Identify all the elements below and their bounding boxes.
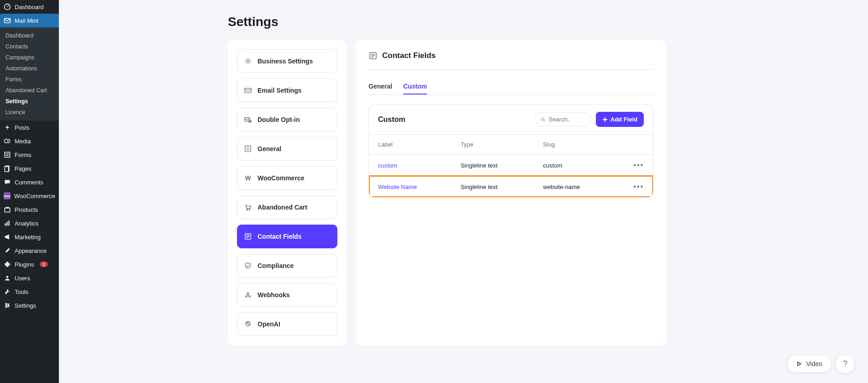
sidebar-item-plugins[interactable]: Plugins 3 <box>0 257 59 271</box>
col-slug: Slug <box>543 141 626 148</box>
sidebar-label: Tools <box>15 289 28 295</box>
add-field-button[interactable]: Add Field <box>596 112 644 127</box>
settings-nav-business[interactable]: Business Settings <box>237 49 337 73</box>
settings-nav-compliance[interactable]: Compliance <box>237 254 337 278</box>
table-head-title: Custom <box>378 115 405 124</box>
sidebar-item-analytics[interactable]: Analytics <box>0 216 59 230</box>
col-type: Type <box>461 141 543 148</box>
products-icon <box>4 206 11 213</box>
settings-nav-webhooks[interactable]: Webhooks <box>237 283 337 307</box>
panel-title: Contact Fields <box>382 51 436 60</box>
forms-icon <box>4 151 11 158</box>
settings-nav-woocommerce[interactable]: W WooCommerce <box>237 166 337 190</box>
fields-icon <box>368 51 378 60</box>
sub-settings[interactable]: Settings <box>0 96 59 107</box>
settings-nav-label: Contact Fields <box>258 233 301 240</box>
sub-licence[interactable]: Licence <box>0 107 59 118</box>
settings-icon <box>4 302 11 309</box>
svg-point-17 <box>8 305 9 306</box>
gear-icon <box>244 57 252 65</box>
search-icon <box>541 116 546 123</box>
sidebar-label: Forms <box>15 152 32 158</box>
svg-marker-43 <box>798 362 801 366</box>
settings-nav-label: Email Settings <box>258 87 301 94</box>
settings-nav-label: Business Settings <box>258 58 313 65</box>
webhook-icon <box>244 291 252 299</box>
settings-nav-general[interactable]: General <box>237 137 337 161</box>
settings-nav-optin[interactable]: Double Opt-in <box>237 108 337 131</box>
sidebar-label: Posts <box>15 124 30 131</box>
row-actions-icon[interactable]: ••• <box>626 183 644 191</box>
fields-table: Label Type Slug custom Singleline text c… <box>369 134 653 197</box>
tab-general[interactable]: General <box>368 79 392 94</box>
float-actions: Video ? <box>788 355 854 373</box>
contact-fields-panel: Contact Fields General Custom Custom <box>356 40 666 345</box>
settings-nav-label: Double Opt-in <box>258 116 300 123</box>
row-type: Singleline text <box>461 184 543 190</box>
play-icon <box>796 361 802 367</box>
svg-rect-10 <box>6 222 7 226</box>
sidebar-item-users[interactable]: Users <box>0 271 59 285</box>
svg-rect-3 <box>5 152 10 157</box>
sub-abandoned-cart[interactable]: Abandoned Cart <box>0 85 59 96</box>
row-actions-icon[interactable]: ••• <box>626 161 644 169</box>
general-icon <box>244 145 252 153</box>
col-label: Label <box>378 141 461 148</box>
sidebar-item-tools[interactable]: Tools <box>0 285 59 299</box>
sidebar-item-posts[interactable]: Posts <box>0 121 59 134</box>
sidebar-item-pages[interactable]: Pages <box>0 162 59 175</box>
sidebar-item-comments[interactable]: Comments <box>0 175 59 189</box>
svg-line-40 <box>544 120 545 121</box>
page-icon <box>4 165 11 172</box>
sidebar-item-appearance[interactable]: Appearance <box>0 244 59 257</box>
sidebar-item-forms[interactable]: Forms <box>0 148 59 162</box>
main-content: Settings Business Settings Email Setting… <box>59 0 868 383</box>
sub-automations[interactable]: Automations <box>0 63 59 74</box>
sub-forms[interactable]: Forms <box>0 74 59 85</box>
settings-nav-email[interactable]: Email Settings <box>237 79 337 102</box>
sidebar-item-products[interactable]: Products <box>0 203 59 216</box>
settings-nav-label: Webhooks <box>258 291 290 299</box>
sub-campaigns[interactable]: Campaigns <box>0 52 59 63</box>
settings-nav-contact-fields[interactable]: Contact Fields <box>237 225 337 248</box>
media-icon <box>4 137 11 145</box>
sidebar-label: Settings <box>15 302 36 309</box>
row-label-link[interactable]: custom <box>378 162 461 169</box>
sidebar-label: Plugins <box>15 261 34 268</box>
sub-contacts[interactable]: Contacts <box>0 41 59 52</box>
row-slug: custom <box>543 162 626 169</box>
plugins-badge: 3 <box>40 262 48 267</box>
settings-nav-abandoned-cart[interactable]: Abandoned Cart <box>237 195 337 219</box>
plugin-icon <box>4 261 11 268</box>
plus-icon <box>602 117 608 122</box>
sidebar-item-marketing[interactable]: Marketing <box>0 230 59 244</box>
openai-icon <box>244 320 252 328</box>
tab-custom[interactable]: Custom <box>403 79 427 94</box>
video-button[interactable]: Video <box>788 356 831 372</box>
sidebar-item-woocommerce[interactable]: woo WooCommerce <box>0 189 59 203</box>
svg-point-2 <box>5 139 8 143</box>
svg-point-12 <box>6 276 9 278</box>
svg-rect-9 <box>5 223 5 226</box>
row-label-link[interactable]: Website Name <box>378 184 461 190</box>
sidebar-item-settings[interactable]: Settings <box>0 299 59 312</box>
svg-point-18 <box>5 306 6 307</box>
fields-table-card: Custom Add Field Label <box>368 104 653 198</box>
row-type: Singleline text <box>461 162 543 169</box>
sidebar-item-media[interactable]: Media <box>0 134 59 148</box>
help-button[interactable]: ? <box>836 355 854 373</box>
sub-dashboard[interactable]: Dashboard <box>0 30 59 41</box>
settings-nav-openai[interactable]: OpenAI <box>237 312 337 336</box>
table-head-actions: Add Field <box>536 112 644 127</box>
sidebar-label: Dashboard <box>15 4 44 10</box>
search-input[interactable] <box>548 116 585 123</box>
sidebar-item-mailmint[interactable]: Mail Mint <box>0 14 59 27</box>
svg-point-26 <box>247 209 247 210</box>
search-box[interactable] <box>536 112 590 126</box>
tool-icon <box>4 288 11 295</box>
video-label: Video <box>806 360 822 367</box>
sidebar-item-dashboard[interactable]: Dashboard <box>0 0 59 14</box>
dashboard-icon <box>4 3 11 10</box>
wp-admin-sidebar: Dashboard Mail Mint Dashboard Contacts C… <box>0 0 59 383</box>
content-wrap: Business Settings Email Settings Double … <box>228 40 845 345</box>
